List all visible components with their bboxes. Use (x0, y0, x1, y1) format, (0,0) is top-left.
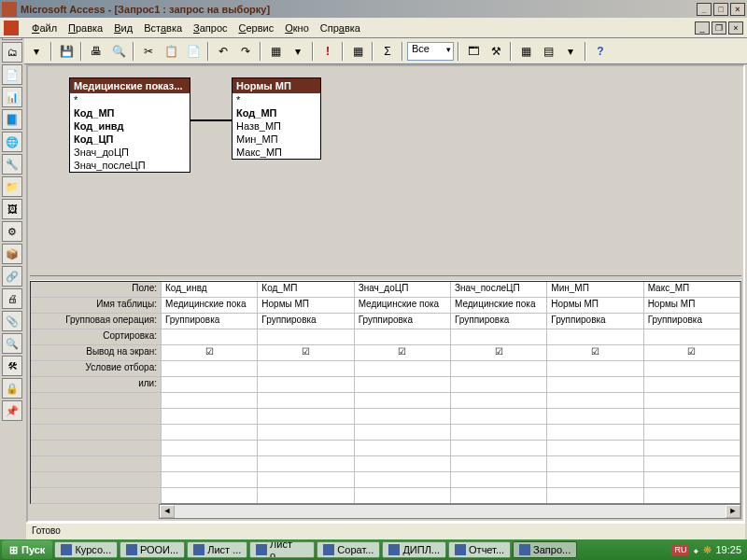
groupop-cell[interactable]: Группировка (451, 314, 546, 329)
doc-restore-button[interactable]: ❐ (712, 21, 726, 35)
dropdown-icon[interactable]: ▾ (26, 41, 47, 62)
table-cell[interactable]: Медицинские пока (162, 298, 257, 314)
field-item[interactable]: Код_МП (233, 106, 320, 119)
scroll-right-button[interactable]: ► (726, 505, 740, 518)
empty-cell[interactable] (162, 472, 257, 488)
menu-view[interactable]: Вид (108, 21, 138, 35)
field-item[interactable]: Знач_доЦП (70, 146, 190, 159)
show-checkbox[interactable]: ☑ (547, 345, 642, 361)
empty-cell[interactable] (162, 425, 257, 441)
empty-cell[interactable] (644, 409, 740, 425)
build-button[interactable]: ⚒ (486, 41, 506, 62)
groupop-cell[interactable]: Группировка (644, 314, 740, 329)
table-header[interactable]: Медицинские показ... (70, 78, 190, 93)
shortcut-icon[interactable]: 📌 (2, 400, 22, 421)
field-item[interactable]: Знач_послеЦП (70, 159, 190, 172)
empty-cell[interactable] (547, 393, 642, 409)
empty-cell[interactable] (451, 472, 546, 488)
menu-query[interactable]: Запрос (188, 21, 233, 35)
empty-cell[interactable] (644, 472, 740, 488)
table-box[interactable]: Нормы МП*Код_МПНазв_МПМин_МПМакс_МП (232, 77, 321, 160)
show-checkbox[interactable]: ☑ (162, 345, 257, 361)
empty-cell[interactable] (644, 441, 740, 456)
empty-cell[interactable] (258, 488, 353, 503)
taskbar-item[interactable]: РООИ... (120, 541, 185, 558)
empty-cell[interactable] (547, 441, 642, 456)
empty-cell[interactable] (451, 488, 546, 503)
empty-cell[interactable] (451, 393, 546, 409)
doc-close-button[interactable]: × (728, 21, 743, 35)
menu-file[interactable]: Файл (26, 21, 63, 35)
empty-cell[interactable] (547, 456, 642, 472)
relationship-line[interactable] (190, 119, 232, 121)
show-checkbox[interactable]: ☑ (644, 345, 740, 361)
menu-edit[interactable]: Правка (63, 21, 108, 35)
empty-cell[interactable] (258, 425, 353, 441)
query-type-button[interactable]: ▦ (265, 41, 286, 62)
table-cell[interactable]: Медицинские пока (355, 298, 450, 314)
shortcut-icon[interactable]: 🔧 (2, 154, 22, 175)
table-cell[interactable]: Нормы МП (547, 298, 642, 314)
field-cell[interactable]: Макс_МП (644, 282, 740, 298)
field-cell[interactable]: Знач_доЦП (355, 282, 450, 298)
empty-cell[interactable] (162, 488, 257, 503)
empty-cell[interactable] (162, 393, 257, 409)
shortcut-icon[interactable]: 📄 (2, 64, 22, 85)
show-checkbox[interactable]: ☑ (355, 345, 450, 361)
save-button[interactable]: 💾 (56, 41, 77, 62)
minimize-button[interactable]: _ (697, 3, 712, 16)
properties-button[interactable]: 🗔 (463, 41, 484, 62)
return-combo[interactable]: Все (407, 42, 454, 61)
criteria-cell[interactable] (355, 361, 450, 377)
empty-cell[interactable] (355, 425, 450, 441)
table-cell[interactable]: Медицинские пока (451, 298, 546, 314)
show-checkbox[interactable]: ☑ (258, 345, 353, 361)
criteria-cell[interactable] (258, 361, 353, 377)
shortcut-icon[interactable]: 📦 (2, 244, 22, 264)
empty-cell[interactable] (355, 488, 450, 503)
tray-icon[interactable]: ⬥ (693, 544, 699, 555)
shortcut-icon[interactable]: 🛠 (2, 356, 22, 376)
shortcut-icon[interactable]: 🌐 (2, 132, 22, 152)
taskbar-item[interactable]: Отчет... (448, 541, 511, 558)
field-item[interactable]: * (70, 93, 190, 106)
criteria-cell[interactable] (451, 361, 546, 377)
sort-cell[interactable] (162, 329, 257, 345)
scroll-left-button[interactable]: ◄ (160, 505, 175, 518)
shortcut-icon[interactable]: ⚙ (2, 221, 22, 242)
print-button[interactable]: 🖶 (86, 41, 106, 62)
empty-cell[interactable] (644, 456, 740, 472)
scroll-track[interactable] (175, 505, 726, 518)
empty-cell[interactable] (547, 425, 642, 441)
dropdown3-icon[interactable]: ▾ (560, 41, 581, 62)
sort-cell[interactable] (451, 329, 546, 345)
totals-button[interactable]: Σ (377, 41, 398, 62)
paste-button[interactable]: 📄 (183, 41, 204, 62)
redo-button[interactable]: ↷ (235, 41, 256, 62)
empty-cell[interactable] (451, 441, 546, 456)
menu-tools[interactable]: Сервис (233, 21, 280, 35)
help-button[interactable]: ? (590, 41, 611, 62)
shortcut-icon[interactable]: 🔗 (2, 266, 22, 287)
field-cell[interactable]: Код_МП (258, 282, 353, 298)
taskbar-item[interactable]: Курсо... (54, 541, 118, 558)
sort-cell[interactable] (644, 329, 740, 345)
or-cell[interactable] (258, 377, 353, 393)
empty-cell[interactable] (547, 409, 642, 425)
field-item[interactable]: Макс_МП (233, 146, 320, 159)
shortcut-icon[interactable]: 📁 (2, 176, 22, 197)
or-cell[interactable] (355, 377, 450, 393)
empty-cell[interactable] (355, 393, 450, 409)
empty-cell[interactable] (258, 393, 353, 409)
preview-button[interactable]: 🔍 (108, 41, 129, 62)
empty-cell[interactable] (451, 456, 546, 472)
field-item[interactable]: Назв_МП (233, 119, 320, 133)
shortcut-icon[interactable]: 🗂 (2, 42, 22, 63)
taskbar-item[interactable]: ДИПЛ... (382, 541, 446, 558)
undo-button[interactable]: ↶ (213, 41, 233, 62)
menu-insert[interactable]: Вставка (138, 21, 188, 35)
db-window-button[interactable]: ▦ (515, 41, 536, 62)
taskbar-item[interactable]: Сорат... (317, 541, 380, 558)
menu-window[interactable]: Окно (279, 21, 315, 35)
empty-cell[interactable] (547, 488, 642, 503)
